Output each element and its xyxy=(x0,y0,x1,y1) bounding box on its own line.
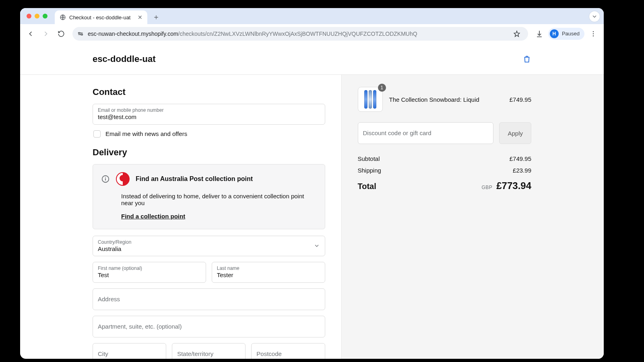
total-label: Total xyxy=(358,182,376,191)
postcode-field[interactable]: Postcode xyxy=(251,343,325,359)
svg-point-7 xyxy=(105,177,106,177)
first-name-field[interactable]: First name (optional) Test xyxy=(93,262,206,283)
collection-point-card: Find an Australia Post collection point … xyxy=(93,164,325,229)
email-label: Email or mobile phone number xyxy=(98,107,320,113)
shipping-row: Shipping £23.99 xyxy=(358,165,532,176)
apartment-placeholder: Apartment, suite, etc. (optional) xyxy=(98,321,320,332)
url-host: esc-nuwan-checkout.myshopify.com xyxy=(88,31,178,37)
checkbox-icon xyxy=(93,130,101,138)
email-field[interactable]: Email or mobile phone number test@test.c… xyxy=(93,104,325,125)
store-title: esc-doddle-uat xyxy=(93,54,155,64)
url-text: esc-nuwan-checkout.myshopify.com/checkou… xyxy=(88,31,506,37)
first-name-label: First name (optional) xyxy=(98,265,201,271)
minimize-window-icon[interactable] xyxy=(35,14,39,19)
country-select[interactable]: Country/Region Australia xyxy=(93,236,325,257)
new-tab-button[interactable] xyxy=(151,12,162,23)
postcode-placeholder: Postcode xyxy=(256,348,320,359)
browser-tab[interactable]: Checkout - esc-doddle-uat ✕ xyxy=(55,10,147,24)
country-value: Australia xyxy=(98,245,320,253)
apply-button[interactable]: Apply xyxy=(499,122,531,144)
discount-placeholder: Discount code or gift card xyxy=(363,128,489,139)
news-offers-label: Email me with news and offers xyxy=(105,130,187,137)
cart-item-qty: 1 xyxy=(378,84,386,92)
shipping-value: £23.99 xyxy=(513,167,531,174)
bookmark-icon[interactable] xyxy=(510,27,523,40)
apartment-field[interactable]: Apartment, suite, etc. (optional) xyxy=(93,316,325,337)
last-name-label: Last name xyxy=(217,265,320,271)
total-value: £773.94 xyxy=(496,180,531,191)
tab-strip: Checkout - esc-doddle-uat ✕ xyxy=(20,8,604,24)
fullscreen-window-icon[interactable] xyxy=(43,14,47,19)
bag-icon[interactable] xyxy=(522,55,531,64)
avatar: H xyxy=(550,29,559,38)
collection-card-body: Instead of delivering to home, deliver t… xyxy=(121,193,317,206)
downloads-icon[interactable] xyxy=(533,27,546,40)
forward-button[interactable] xyxy=(39,27,52,40)
subtotal-row: Subtotal £749.95 xyxy=(358,153,532,165)
info-icon xyxy=(101,175,110,183)
order-summary: 1 The Collection Snowboard: Liquid £749.… xyxy=(341,75,604,359)
cart-item-price: £749.95 xyxy=(510,96,531,103)
currency-code: GBP xyxy=(481,185,492,190)
cart-item: 1 The Collection Snowboard: Liquid £749.… xyxy=(358,87,532,112)
find-collection-point-link[interactable]: Find a collection point xyxy=(121,213,185,220)
address-placeholder: Address xyxy=(98,294,320,305)
close-tab-icon[interactable]: ✕ xyxy=(138,14,142,21)
browser-toolbar: esc-nuwan-checkout.myshopify.com/checkou… xyxy=(20,24,604,43)
profile-label: Paused xyxy=(562,31,580,37)
cart-item-thumb: 1 xyxy=(358,87,383,112)
delivery-heading: Delivery xyxy=(93,147,325,158)
back-button[interactable] xyxy=(24,27,37,40)
close-window-icon[interactable] xyxy=(27,14,31,19)
tab-overflow-button[interactable] xyxy=(589,11,600,22)
last-name-field[interactable]: Last name Tester xyxy=(212,262,325,283)
svg-point-5 xyxy=(593,35,594,36)
tab-title: Checkout - esc-doddle-uat xyxy=(69,14,134,21)
reload-button[interactable] xyxy=(55,27,68,40)
svg-point-3 xyxy=(593,31,594,32)
last-name-value: Tester xyxy=(217,271,320,279)
news-offers-checkbox[interactable]: Email me with news and offers xyxy=(93,130,325,138)
address-bar[interactable]: esc-nuwan-checkout.myshopify.com/checkou… xyxy=(72,27,528,41)
city-placeholder: City xyxy=(98,348,161,359)
svg-rect-1 xyxy=(78,32,80,33)
total-row: Total GBP £773.94 xyxy=(358,176,532,194)
collection-card-title: Find an Australia Post collection point xyxy=(136,175,253,183)
browser-window: Checkout - esc-doddle-uat ✕ xyxy=(20,8,604,359)
globe-icon xyxy=(60,14,66,21)
contact-heading: Contact xyxy=(93,87,325,97)
australia-post-icon xyxy=(116,172,130,186)
cart-item-name: The Collection Snowboard: Liquid xyxy=(389,96,503,103)
subtotal-value: £749.95 xyxy=(510,155,531,162)
state-select[interactable]: State/territory xyxy=(172,343,246,359)
more-menu-icon[interactable] xyxy=(587,27,600,40)
city-field[interactable]: City xyxy=(93,343,166,359)
discount-field[interactable]: Discount code or gift card xyxy=(358,122,494,144)
checkout-split: Contact Email or mobile phone number tes… xyxy=(20,75,604,359)
first-name-value: Test xyxy=(98,271,201,279)
email-value: test@test.com xyxy=(98,113,320,121)
page: esc-doddle-uat Contact Email or mobile p… xyxy=(20,43,604,359)
window-controls xyxy=(24,8,55,24)
checkout-form: Contact Email or mobile phone number tes… xyxy=(20,75,341,359)
store-header: esc-doddle-uat xyxy=(20,43,604,75)
chevron-down-icon xyxy=(314,243,320,249)
subtotal-label: Subtotal xyxy=(358,155,380,162)
svg-rect-2 xyxy=(81,34,83,35)
shipping-label: Shipping xyxy=(358,167,381,174)
state-placeholder: State/territory xyxy=(177,348,240,359)
address-field[interactable]: Address xyxy=(93,288,325,310)
svg-point-4 xyxy=(593,33,594,34)
country-label: Country/Region xyxy=(98,239,320,245)
url-path: /checkouts/cn/Z2NwLXVzLWNlbnRyYWwxOjAxSj… xyxy=(178,31,417,37)
profile-chip[interactable]: H Paused xyxy=(548,28,584,40)
site-settings-icon[interactable] xyxy=(77,31,84,37)
totals: Subtotal £749.95 Shipping £23.99 Total G… xyxy=(358,153,532,194)
